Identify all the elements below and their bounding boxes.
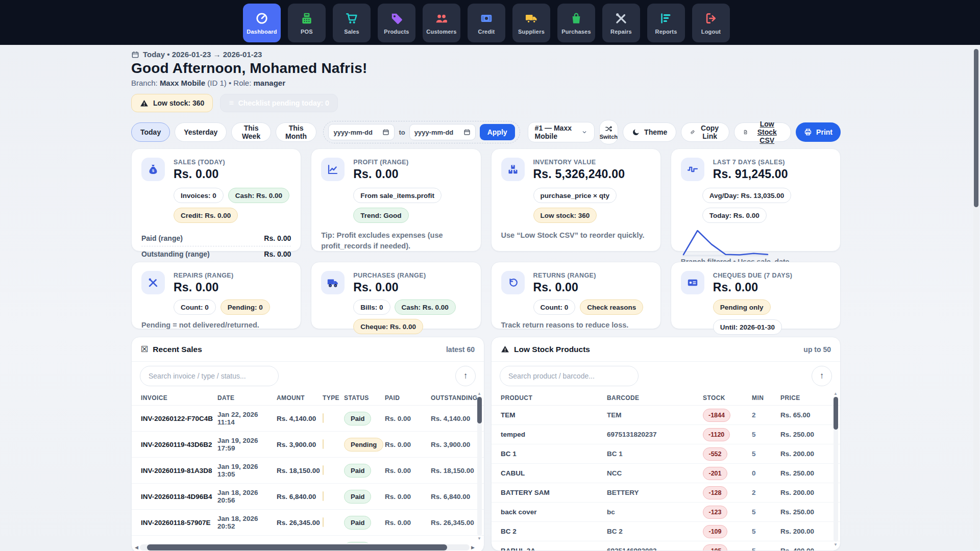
table-row[interactable]: temped6975131820237 -1120 5Rs. 250.00	[492, 425, 840, 444]
badge: Avg/Day: Rs. 13,035.00	[702, 188, 792, 203]
link-icon	[690, 128, 695, 136]
printer-icon	[804, 128, 812, 136]
sales-vertical-scrollbar[interactable]: ▲▼	[476, 391, 482, 541]
table-row[interactable]: BC 1BC 1 -552 5Rs. 200.00	[492, 444, 840, 464]
nav-purchases[interactable]: Purchases	[557, 4, 595, 42]
nav-label: Logout	[701, 29, 721, 35]
nav-logout[interactable]: Logout	[692, 4, 730, 42]
low-stock-table-header: PRODUCTBARCODE STOCKMIN PRICE	[492, 390, 840, 406]
low-stock-alert-badge[interactable]: Low stock: 360	[131, 94, 213, 112]
calendar-icon[interactable]	[382, 129, 389, 136]
calendar-icon[interactable]	[463, 129, 471, 136]
nav-repairs[interactable]: Repairs	[602, 4, 640, 42]
table-row[interactable]: INV-20260119-43D6B2Jan 19, 2026 17:59 Rs…	[132, 432, 484, 458]
nav-customers[interactable]: Customers	[423, 4, 460, 42]
table-row[interactable]: INV-20260118-57907EJan 18, 2026 20:52 Rs…	[132, 510, 484, 536]
filter-yesterday-button[interactable]: Yesterday	[175, 122, 227, 142]
sales-search-input[interactable]	[140, 366, 279, 386]
badge: Trend: Good	[353, 208, 408, 223]
badge: Until: 2026-01-30	[713, 319, 782, 335]
badge: Check reasons	[580, 299, 643, 315]
theme-label: Theme	[644, 128, 667, 136]
nav-label: Suppliers	[518, 29, 545, 35]
apply-button[interactable]: Apply	[480, 124, 515, 140]
table-row[interactable]: Paid	[132, 536, 484, 543]
branch-label: Branch:	[131, 79, 158, 87]
date-from-input[interactable]: yyyy-mm-dd	[328, 124, 395, 140]
type-badge	[323, 413, 324, 423]
card-value: Rs. 0.00	[533, 281, 596, 294]
table-row[interactable]: CABULNCC -201 0Rs. 250.00	[492, 464, 840, 483]
nav-suppliers[interactable]: Suppliers	[512, 4, 550, 42]
truck-icon	[525, 12, 538, 25]
low-stock-table-body: TEMTEM -1844 2Rs. 65.00 temped6975131820…	[492, 406, 840, 551]
card-value: Rs. 0.00	[174, 281, 234, 294]
shopping-bag-icon	[570, 12, 583, 25]
card-last-7-days-sales: LAST 7 DAYS (SALES) Rs. 91,245.00 Avg/Da…	[671, 148, 841, 252]
scroll-left-arrow[interactable]: ◀	[135, 545, 138, 550]
chart-line-icon	[321, 158, 345, 181]
filter-today-button[interactable]: Today	[131, 122, 170, 142]
stock-badge: -552	[703, 447, 727, 461]
date-to-input[interactable]: yyyy-mm-dd	[409, 124, 476, 140]
nav-credit[interactable]: Credit	[468, 4, 505, 42]
filter-this-month-button[interactable]: This Month	[276, 122, 317, 142]
badge: Pending only	[713, 299, 771, 315]
switch-branch-button[interactable]: Switch	[599, 120, 618, 144]
low-stock-csv-button[interactable]: Low Stock CSV	[734, 122, 791, 142]
low-stock-search-input[interactable]	[500, 366, 639, 386]
nav-products[interactable]: Products	[378, 4, 415, 42]
card-title: REPAIRS (RANGE)	[174, 272, 234, 279]
scroll-right-arrow[interactable]: ▶	[471, 545, 475, 550]
users-icon	[435, 12, 448, 25]
table-row[interactable]: INV-20260122-F70C4BJan 22, 2026 11:14 Rs…	[132, 406, 484, 432]
card-returns-range: RETURNS (RANGE) Rs. 0.00 Count: 0 Check …	[491, 262, 661, 329]
card-sales-today: SALES (TODAY) Rs. 0.00 Invoices: 0 Cash:…	[131, 148, 301, 252]
table-row[interactable]: TEMTEM -1844 2Rs. 65.00	[492, 406, 840, 425]
page-scrollbar[interactable]	[973, 47, 979, 549]
logout-icon	[704, 12, 718, 25]
badge: Cash: Rs. 0.00	[228, 188, 289, 203]
status-badge: Paid	[344, 516, 371, 530]
stat-cards-row-1: SALES (TODAY) Rs. 0.00 Invoices: 0 Cash:…	[131, 148, 841, 252]
custom-range-group: yyyy-mm-dd to yyyy-mm-dd Apply	[323, 121, 520, 143]
nav-label: Customers	[426, 29, 456, 35]
nav-sales[interactable]: Sales	[333, 4, 371, 42]
table-row[interactable]: BABUL 3A6925146983083 -105 5Rs. 400.00	[492, 541, 840, 551]
card-note: Pending = not delivered/returned.	[141, 320, 291, 331]
table-row[interactable]: INV-20260118-4D96B4Jan 18, 2026 20:56 Rs…	[132, 484, 484, 510]
status-badge: Paid	[344, 412, 371, 425]
stock-badge: -201	[703, 467, 727, 480]
low-stock-limit: up to 50	[803, 345, 831, 354]
card-value: Rs. 0.00	[353, 281, 426, 294]
nav-label: Dashboard	[247, 29, 277, 35]
theme-toggle-button[interactable]: Theme	[623, 122, 676, 142]
card-title: CHEQUES DUE (7 DAYS)	[713, 272, 793, 279]
nav-pos[interactable]: POS	[288, 4, 326, 42]
date-to-placeholder: yyyy-mm-dd	[414, 129, 454, 136]
sales-horizontal-scrollbar[interactable]: ◀ ▶	[135, 543, 475, 551]
badge: Count: 0	[533, 299, 576, 315]
print-button[interactable]: Print	[796, 122, 841, 142]
card-title: PURCHASES (RANGE)	[353, 272, 426, 279]
branch-select[interactable]: #1 — Maxx Mobile	[528, 122, 595, 142]
card-title: RETURNS (RANGE)	[533, 272, 596, 279]
copy-link-button[interactable]: Copy Link	[681, 122, 729, 142]
nav-dashboard[interactable]: Dashboard	[243, 4, 281, 42]
status-badge: Pending	[344, 438, 383, 452]
recent-sales-panel: ☒ Recent Sales latest 60 ↑ INVOICEDATE A…	[131, 337, 484, 551]
print-label: Print	[816, 128, 832, 136]
checklist-pending-badge[interactable]: ≡ Checklist pending today: 0	[220, 94, 337, 112]
badge: Cash: Rs. 0.00	[395, 299, 456, 315]
filter-this-week-button[interactable]: This Week	[231, 122, 271, 142]
table-row[interactable]: INV-20260119-81A3D8Jan 19, 2026 13:05 Rs…	[132, 458, 484, 484]
nav-reports[interactable]: Reports	[647, 4, 685, 42]
table-row[interactable]: BATTERY SAMBETTERY -128 2Rs. 200.00	[492, 483, 840, 503]
low-stock-scroll-top-button[interactable]: ↑	[812, 366, 832, 386]
page-title: Good Afternoon, Mohamed Nafris!	[131, 60, 841, 77]
table-row[interactable]: BC 2BC 2 -109 5Rs. 200.00	[492, 522, 840, 541]
low-stock-vertical-scrollbar[interactable]: ▲▼	[832, 391, 839, 547]
sales-scroll-top-button[interactable]: ↑	[455, 366, 476, 386]
table-row[interactable]: back coverbc -123 5Rs. 250.00	[492, 503, 840, 522]
tables-section: ☒ Recent Sales latest 60 ↑ INVOICEDATE A…	[131, 337, 841, 551]
